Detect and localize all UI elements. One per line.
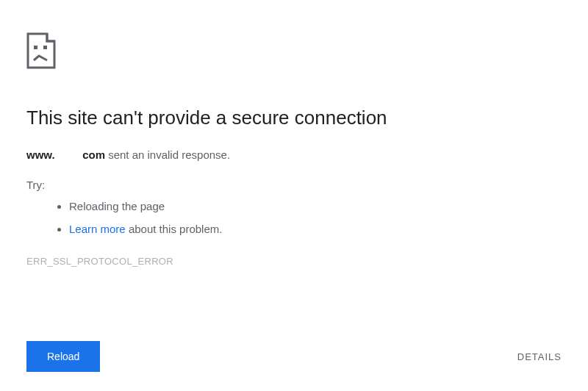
- error-heading: This site can't provide a secure connect…: [26, 106, 562, 131]
- host-prefix: www.: [26, 148, 55, 161]
- svg-rect-0: [34, 46, 37, 49]
- host-suffix: com: [82, 148, 105, 161]
- suggestion-learn-more: Learn more about this problem.: [69, 221, 562, 237]
- svg-rect-1: [43, 46, 47, 49]
- suggestions-list: Reloading the page Learn more about this…: [69, 198, 562, 237]
- error-subtext: www. com sent an invalid response.: [26, 148, 562, 161]
- sad-page-icon: [26, 32, 562, 69]
- try-label: Try:: [26, 179, 562, 191]
- learn-more-after: about this problem.: [126, 223, 223, 235]
- reload-button[interactable]: Reload: [26, 341, 100, 372]
- footer: Reload DETAILS: [26, 341, 562, 372]
- subtext-after: sent an invalid response.: [105, 148, 230, 161]
- error-code: ERR_SSL_PROTOCOL_ERROR: [26, 256, 562, 267]
- learn-more-link[interactable]: Learn more: [69, 223, 126, 235]
- details-button[interactable]: DETAILS: [517, 351, 562, 362]
- suggestion-reload: Reloading the page: [69, 198, 562, 214]
